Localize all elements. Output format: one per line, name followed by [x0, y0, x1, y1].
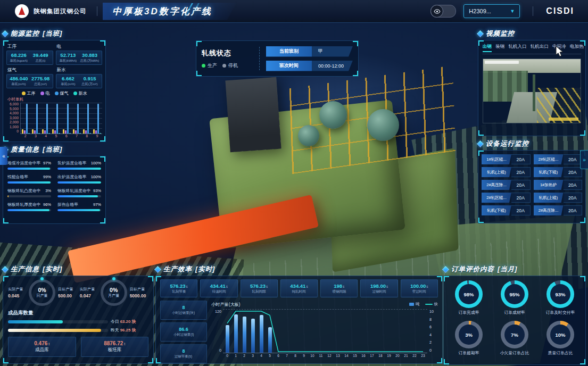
- quality-label: 钢板终轧厚度命中: [7, 202, 40, 207]
- device-select-dropdown[interactable]: H2309... ▼: [463, 4, 520, 18]
- equipment-item[interactable]: 2#高压除...20A: [534, 205, 583, 215]
- y-tick: 5,000: [6, 107, 20, 111]
- equipment-label: 1#加热炉: [534, 180, 564, 190]
- gauge-group: 实际产量0.0470%月产量目标产量5000.00: [80, 279, 148, 306]
- quality-item: 钢板终轧凸度命中3%: [7, 188, 51, 197]
- video-tab-5[interactable]: 电加热: [570, 44, 584, 52]
- legend-label: 块: [434, 302, 438, 307]
- equipment-item[interactable]: 轧机(下辊)20A: [482, 205, 531, 215]
- quality-item-top: 钢板终轧厚度命中96%: [7, 202, 51, 207]
- y-tick: 10: [427, 309, 438, 314]
- chip-label: 轧制间隙: [252, 289, 266, 294]
- quality-progress-grid: 堆缓冷温度命中率97%装炉温度合格率100%性能合格率99%出炉温度合格率100…: [7, 160, 101, 211]
- order-donut: 3%订单超期率: [455, 321, 483, 356]
- side-stat-label: 小时过钢量(t): [173, 332, 194, 337]
- donut-percent: 98%: [455, 280, 483, 308]
- order-donut: 95%订单成材率: [501, 280, 528, 315]
- chip-unit: s: [266, 285, 268, 288]
- quality-label: 探伤合格率: [57, 202, 78, 207]
- equipment-item[interactable]: 轧机(上辊)20A: [534, 193, 583, 203]
- equipment-label: 2#高压除...: [482, 180, 511, 190]
- donut-percent: 93%: [546, 280, 574, 308]
- visibility-toggle[interactable]: [430, 5, 456, 18]
- y-tick: 1,000: [6, 126, 20, 129]
- chip-value: 576.23s: [170, 283, 187, 289]
- equipment-value: 20A: [564, 154, 583, 164]
- camera-feed-thumbnail[interactable]: [483, 59, 581, 123]
- quality-percent: 96%: [43, 202, 51, 207]
- efficiency-chip: 100.00s空过时间: [401, 279, 438, 297]
- panel-title: 订单评价内容: [451, 265, 494, 274]
- equipment-item[interactable]: 2#高压除...20A: [482, 180, 531, 190]
- video-tab-2[interactable]: 轧机入口: [508, 44, 526, 52]
- gauge-percent: 0%: [38, 287, 46, 293]
- equipment-item[interactable]: 2#轧区辊...20A: [482, 193, 531, 203]
- efficiency-chip: 198.00s过钢时间: [360, 279, 397, 297]
- bar: [26, 104, 28, 134]
- x-tick: 9: [92, 134, 102, 138]
- equipment-item[interactable]: 轧机(上辊)20A: [482, 167, 531, 177]
- inventory-track: [8, 320, 108, 323]
- diamond-icon: [2, 30, 9, 37]
- energy-metric: 0.915总耗(万m³): [79, 76, 100, 87]
- quality-item-top: 装炉温度合格率100%: [57, 160, 101, 166]
- quality-item: 探伤合格率97%: [57, 202, 101, 211]
- energy-group-card: 6.662单耗(m³/t)0.915总耗(万m³): [56, 74, 103, 88]
- chip-label: 轧制节奏: [172, 289, 186, 294]
- energy-metric: 52.713单耗(kWh/t): [58, 52, 79, 63]
- chip-value: 198s: [334, 283, 344, 289]
- video-tab-1[interactable]: 装钢: [495, 44, 504, 52]
- video-tab-3[interactable]: 轧机出口: [531, 44, 549, 52]
- quality-percent: 100%: [91, 161, 101, 165]
- quality-label: 装炉温度合格率: [57, 160, 87, 166]
- energy-metric-value: 52.713: [60, 52, 76, 58]
- energy-bar-chart: 6,0005,0004,0003,0002,0001,0000: [6, 103, 102, 134]
- panel-header: 生产信息 [实时]: [3, 264, 154, 274]
- x-tick: 17: [368, 354, 376, 357]
- storage-card: 0.476t成品库: [8, 337, 76, 357]
- donut-ring: 95%: [501, 280, 528, 308]
- bar: [95, 130, 97, 134]
- quality-fill: [57, 168, 101, 170]
- order-donut: 93%订单及时交付率: [546, 280, 575, 315]
- quality-track: [7, 195, 51, 197]
- camera-osd-label: [549, 118, 578, 121]
- storage-cards: 0.476t成品库8876.72t板坯库: [8, 337, 148, 357]
- company-name: 陕钢集团汉钢公司: [34, 7, 87, 15]
- energy-metric-label: 单耗(kWh/t): [60, 58, 77, 63]
- video-tab-0[interactable]: 出钢: [483, 44, 492, 52]
- bar: [22, 129, 23, 134]
- bar: [46, 104, 48, 134]
- donut-label: 质量订单占比: [548, 350, 573, 356]
- collapse-right-tab[interactable]: »: [580, 150, 588, 169]
- gauge-actual-label: 实际产量: [8, 287, 26, 292]
- legend-label: 煤气: [60, 90, 69, 96]
- chip-label: 纯轧时间: [292, 289, 306, 294]
- collapse-left-tab[interactable]: «: [0, 147, 7, 165]
- equipment-item[interactable]: 1#加热炉20A: [534, 180, 583, 190]
- side-stat-value: 8: [182, 305, 185, 310]
- bar-group: [73, 104, 81, 134]
- panel-equipment-monitor: 设备运行监控 1#轧区辊...20A2#轧区辊...20A轧机(上辊)20A轧机…: [478, 139, 586, 224]
- side-stat-label: 过钢节奏(s): [175, 354, 192, 359]
- bar: [59, 133, 60, 134]
- equipment-item[interactable]: 轧机(下辊)20A: [534, 167, 583, 177]
- energy-group-name: 工序: [7, 44, 53, 50]
- donut-ring: 7%: [501, 321, 528, 348]
- divider: [259, 47, 260, 70]
- panel-subtitle: [当月]: [498, 265, 517, 274]
- equipment-item[interactable]: 1#轧区辊...20A: [482, 154, 531, 164]
- topbar-controls: H2309... ▼ CISDI: [430, 4, 588, 18]
- quality-track: [7, 181, 51, 184]
- bar: [42, 129, 44, 134]
- bar: [65, 130, 67, 134]
- efficiency-chip: 434.41s纯轧时间: [280, 279, 318, 297]
- panel-header: 质量信息 [当班]: [3, 145, 106, 154]
- equipment-value: 20A: [511, 167, 531, 177]
- gauge-name: 日产量: [36, 293, 48, 298]
- status-row: 班次时间00:00-12:00: [266, 61, 353, 71]
- gauge-name: 月产量: [108, 293, 120, 298]
- order-donut: 98%订单完成率: [455, 280, 483, 315]
- equipment-item[interactable]: 2#轧区辊...20A: [534, 154, 583, 164]
- equipment-label: 2#高压除...: [534, 205, 564, 215]
